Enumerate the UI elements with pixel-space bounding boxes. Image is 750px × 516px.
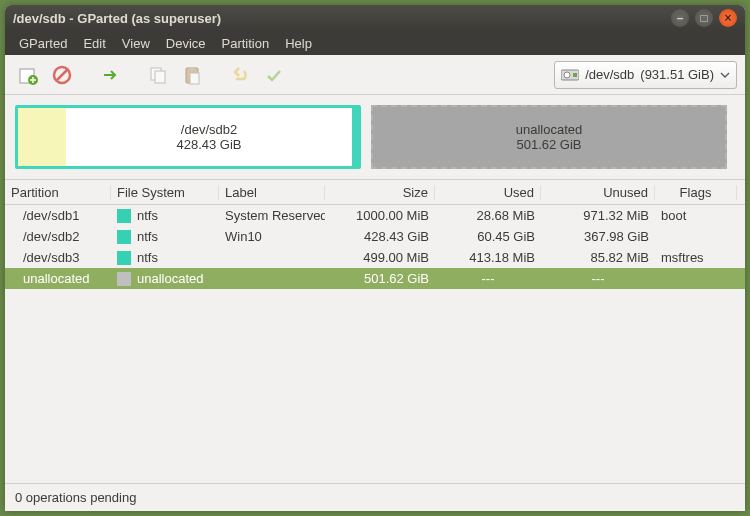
col-size[interactable]: Size xyxy=(325,185,435,200)
partition-graph: /dev/sdb2 428.43 GiB unallocated 501.62 … xyxy=(5,95,745,179)
svg-rect-8 xyxy=(190,73,199,84)
graph-block-name: /dev/sdb2 xyxy=(181,122,237,137)
cell-unused: --- xyxy=(541,271,655,286)
fs-swatch xyxy=(117,251,131,265)
col-unused[interactable]: Unused xyxy=(541,185,655,200)
menu-device[interactable]: Device xyxy=(158,33,214,54)
toolbar: /dev/sdb (931.51 GiB) xyxy=(5,55,745,95)
delete-button[interactable] xyxy=(47,60,77,90)
table-row[interactable]: /dev/sdb1ntfsSystem Reserved1000.00 MiB2… xyxy=(5,205,745,226)
svg-rect-5 xyxy=(155,71,165,83)
menu-partition[interactable]: Partition xyxy=(214,33,278,54)
cell-used: --- xyxy=(435,271,541,286)
cell-unused: 367.98 GiB xyxy=(541,229,655,244)
table-header[interactable]: Partition File System Label Size Used Un… xyxy=(5,179,745,205)
partition-table: Partition File System Label Size Used Un… xyxy=(5,179,745,483)
cell-unused: 971.32 MiB xyxy=(541,208,655,223)
copy-button[interactable] xyxy=(143,60,173,90)
graph-trailing-strip xyxy=(352,108,358,166)
graph-block-unallocated[interactable]: unallocated 501.62 GiB xyxy=(371,105,727,169)
device-size: (931.51 GiB) xyxy=(640,67,714,82)
menu-help[interactable]: Help xyxy=(277,33,320,54)
cell-filesystem: ntfs xyxy=(111,250,219,265)
col-label[interactable]: Label xyxy=(219,185,325,200)
svg-rect-11 xyxy=(573,73,577,77)
fs-swatch xyxy=(117,230,131,244)
fs-name: ntfs xyxy=(137,208,158,223)
cell-size: 1000.00 MiB xyxy=(325,208,435,223)
graph-block-label: /dev/sdb2 428.43 GiB xyxy=(66,108,352,166)
fs-name: unallocated xyxy=(137,271,204,286)
app-window: /dev/sdb - GParted (as superuser) – □ × … xyxy=(5,5,745,511)
device-selector[interactable]: /dev/sdb (931.51 GiB) xyxy=(554,61,737,89)
cell-filesystem: unallocated xyxy=(111,271,219,286)
minimize-button[interactable]: – xyxy=(671,9,689,27)
menubar: GParted Edit View Device Partition Help xyxy=(5,31,745,55)
cell-filesystem: ntfs xyxy=(111,208,219,223)
device-name: /dev/sdb xyxy=(585,67,634,82)
fs-swatch xyxy=(117,209,131,223)
cell-flags: msftres xyxy=(655,250,737,265)
status-text: 0 operations pending xyxy=(15,490,136,505)
cell-used: 60.45 GiB xyxy=(435,229,541,244)
statusbar: 0 operations pending xyxy=(5,483,745,511)
graph-block-sdb2[interactable]: /dev/sdb2 428.43 GiB xyxy=(15,105,361,169)
new-partition-button[interactable] xyxy=(13,60,43,90)
table-body: /dev/sdb1ntfsSystem Reserved1000.00 MiB2… xyxy=(5,205,745,289)
cell-used: 413.18 MiB xyxy=(435,250,541,265)
cell-unused: 85.82 MiB xyxy=(541,250,655,265)
svg-point-10 xyxy=(564,72,570,78)
cell-partition: unallocated xyxy=(5,271,111,286)
cell-size: 428.43 GiB xyxy=(325,229,435,244)
fs-name: ntfs xyxy=(137,229,158,244)
col-flags[interactable]: Flags xyxy=(655,185,737,200)
titlebar[interactable]: /dev/sdb - GParted (as superuser) – □ × xyxy=(5,5,745,31)
graph-used-region xyxy=(18,108,66,166)
fs-swatch xyxy=(117,272,131,286)
col-filesystem[interactable]: File System xyxy=(111,185,219,200)
cell-partition: /dev/sdb3 xyxy=(5,250,111,265)
chevron-down-icon xyxy=(720,70,730,80)
menu-edit[interactable]: Edit xyxy=(75,33,113,54)
undo-button[interactable] xyxy=(225,60,255,90)
cell-partition: /dev/sdb1 xyxy=(5,208,111,223)
table-row[interactable]: unallocatedunallocated501.62 GiB------ xyxy=(5,268,745,289)
hdd-icon xyxy=(561,68,579,82)
apply-button[interactable] xyxy=(259,60,289,90)
cell-label: Win10 xyxy=(219,229,325,244)
cell-size: 499.00 MiB xyxy=(325,250,435,265)
graph-block-size: 428.43 GiB xyxy=(176,137,241,152)
svg-rect-7 xyxy=(189,67,195,70)
table-row[interactable]: /dev/sdb3ntfs499.00 MiB413.18 MiB85.82 M… xyxy=(5,247,745,268)
cell-size: 501.62 GiB xyxy=(325,271,435,286)
cell-used: 28.68 MiB xyxy=(435,208,541,223)
col-used[interactable]: Used xyxy=(435,185,541,200)
window-title: /dev/sdb - GParted (as superuser) xyxy=(13,11,665,26)
fs-name: ntfs xyxy=(137,250,158,265)
cell-flags: boot xyxy=(655,208,737,223)
graph-block-name: unallocated xyxy=(516,122,583,137)
resize-move-button[interactable] xyxy=(95,60,125,90)
cell-label: System Reserved xyxy=(219,208,325,223)
menu-view[interactable]: View xyxy=(114,33,158,54)
maximize-button[interactable]: □ xyxy=(695,9,713,27)
paste-button[interactable] xyxy=(177,60,207,90)
table-row[interactable]: /dev/sdb2ntfsWin10428.43 GiB60.45 GiB367… xyxy=(5,226,745,247)
svg-line-3 xyxy=(57,70,67,80)
menu-gparted[interactable]: GParted xyxy=(11,33,75,54)
cell-partition: /dev/sdb2 xyxy=(5,229,111,244)
cell-filesystem: ntfs xyxy=(111,229,219,244)
col-partition[interactable]: Partition xyxy=(5,185,111,200)
close-button[interactable]: × xyxy=(719,9,737,27)
graph-block-size: 501.62 GiB xyxy=(516,137,581,152)
